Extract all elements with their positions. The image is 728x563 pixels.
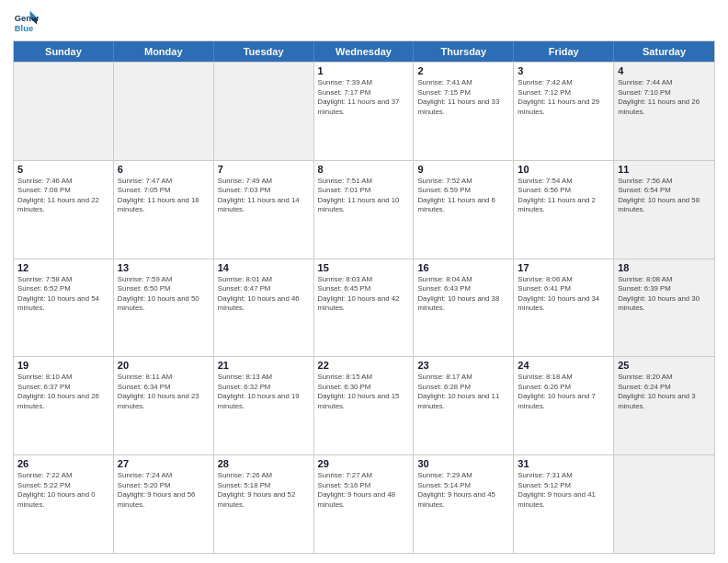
day-cell-24: 24Sunrise: 8:18 AM Sunset: 6:26 PM Dayli… — [514, 357, 614, 454]
day-info: Sunrise: 7:29 AM Sunset: 5:14 PM Dayligh… — [417, 471, 509, 510]
day-number: 19 — [17, 360, 109, 371]
day-number: 6 — [118, 164, 210, 175]
logo-icon: General Blue — [13, 9, 39, 35]
day-cell-15: 15Sunrise: 8:03 AM Sunset: 6:45 PM Dayli… — [314, 259, 415, 357]
day-cell-22: 22Sunrise: 8:15 AM Sunset: 6:30 PM Dayli… — [314, 357, 415, 454]
day-info: Sunrise: 8:11 AM Sunset: 6:34 PM Dayligh… — [118, 373, 210, 411]
day-number: 9 — [417, 164, 509, 175]
day-number: 3 — [518, 65, 609, 76]
day-number: 16 — [417, 262, 509, 273]
day-number: 17 — [518, 262, 609, 273]
day-cell-26: 26Sunrise: 7:22 AM Sunset: 5:22 PM Dayli… — [14, 455, 114, 553]
day-info: Sunrise: 7:59 AM Sunset: 6:50 PM Dayligh… — [118, 275, 210, 314]
header-saturday: Saturday — [614, 41, 714, 62]
day-number: 29 — [318, 458, 410, 469]
day-cell-14: 14Sunrise: 8:01 AM Sunset: 6:47 PM Dayli… — [214, 259, 314, 357]
day-cell-11: 11Sunrise: 7:56 AM Sunset: 6:54 PM Dayli… — [614, 161, 714, 259]
day-cell-17: 17Sunrise: 8:06 AM Sunset: 6:41 PM Dayli… — [514, 259, 614, 357]
day-cell-6: 6Sunrise: 7:47 AM Sunset: 7:05 PM Daylig… — [114, 161, 214, 259]
header-thursday: Thursday — [414, 41, 514, 62]
calendar: SundayMondayTuesdayWednesdayThursdayFrid… — [13, 40, 715, 554]
day-cell-3: 3Sunrise: 7:42 AM Sunset: 7:12 PM Daylig… — [514, 63, 614, 160]
day-info: Sunrise: 7:42 AM Sunset: 7:12 PM Dayligh… — [518, 78, 609, 117]
day-info: Sunrise: 8:04 AM Sunset: 6:43 PM Dayligh… — [417, 275, 509, 314]
day-number: 5 — [17, 164, 109, 175]
day-number: 20 — [118, 360, 210, 371]
day-info: Sunrise: 7:58 AM Sunset: 6:52 PM Dayligh… — [17, 275, 109, 314]
day-cell-27: 27Sunrise: 7:24 AM Sunset: 5:20 PM Dayli… — [114, 455, 214, 553]
calendar-row-5: 26Sunrise: 7:22 AM Sunset: 5:22 PM Dayli… — [14, 454, 714, 553]
empty-cell — [114, 63, 214, 160]
day-info: Sunrise: 7:44 AM Sunset: 7:10 PM Dayligh… — [618, 78, 711, 117]
day-cell-9: 9Sunrise: 7:52 AM Sunset: 6:59 PM Daylig… — [414, 161, 514, 259]
day-info: Sunrise: 7:51 AM Sunset: 7:01 PM Dayligh… — [318, 177, 410, 215]
day-number: 8 — [318, 164, 410, 175]
calendar-row-1: 1Sunrise: 7:39 AM Sunset: 7:17 PM Daylig… — [14, 62, 714, 160]
day-cell-16: 16Sunrise: 8:04 AM Sunset: 6:43 PM Dayli… — [414, 259, 514, 357]
day-number: 10 — [518, 164, 609, 175]
day-number: 15 — [318, 262, 410, 273]
day-info: Sunrise: 8:13 AM Sunset: 6:32 PM Dayligh… — [218, 373, 310, 411]
day-info: Sunrise: 8:08 AM Sunset: 6:39 PM Dayligh… — [618, 275, 711, 314]
day-cell-7: 7Sunrise: 7:49 AM Sunset: 7:03 PM Daylig… — [214, 161, 314, 259]
day-cell-1: 1Sunrise: 7:39 AM Sunset: 7:17 PM Daylig… — [314, 63, 415, 160]
empty-cell — [14, 63, 114, 160]
day-info: Sunrise: 8:17 AM Sunset: 6:28 PM Dayligh… — [417, 373, 509, 411]
day-cell-19: 19Sunrise: 8:10 AM Sunset: 6:37 PM Dayli… — [14, 357, 114, 454]
day-info: Sunrise: 8:18 AM Sunset: 6:26 PM Dayligh… — [518, 373, 609, 411]
day-number: 31 — [518, 458, 609, 469]
day-cell-5: 5Sunrise: 7:46 AM Sunset: 7:08 PM Daylig… — [14, 161, 114, 259]
day-cell-31: 31Sunrise: 7:31 AM Sunset: 5:12 PM Dayli… — [514, 455, 614, 553]
day-info: Sunrise: 7:56 AM Sunset: 6:54 PM Dayligh… — [618, 177, 711, 215]
day-info: Sunrise: 8:20 AM Sunset: 6:24 PM Dayligh… — [618, 373, 711, 411]
calendar-row-3: 12Sunrise: 7:58 AM Sunset: 6:52 PM Dayli… — [14, 259, 714, 357]
day-number: 28 — [218, 458, 310, 469]
header-friday: Friday — [514, 41, 614, 62]
day-cell-30: 30Sunrise: 7:29 AM Sunset: 5:14 PM Dayli… — [414, 455, 514, 553]
day-info: Sunrise: 7:49 AM Sunset: 7:03 PM Dayligh… — [218, 177, 310, 215]
day-number: 13 — [118, 262, 210, 273]
day-cell-10: 10Sunrise: 7:54 AM Sunset: 6:56 PM Dayli… — [514, 161, 614, 259]
day-cell-29: 29Sunrise: 7:27 AM Sunset: 5:16 PM Dayli… — [314, 455, 415, 553]
day-cell-13: 13Sunrise: 7:59 AM Sunset: 6:50 PM Dayli… — [114, 259, 214, 357]
day-number: 18 — [618, 262, 711, 273]
day-info: Sunrise: 7:47 AM Sunset: 7:05 PM Dayligh… — [118, 177, 210, 215]
calendar-row-4: 19Sunrise: 8:10 AM Sunset: 6:37 PM Dayli… — [14, 356, 714, 454]
day-cell-23: 23Sunrise: 8:17 AM Sunset: 6:28 PM Dayli… — [414, 357, 514, 454]
day-cell-25: 25Sunrise: 8:20 AM Sunset: 6:24 PM Dayli… — [614, 357, 714, 454]
header-monday: Monday — [114, 41, 214, 62]
header-sunday: Sunday — [14, 41, 114, 62]
day-info: Sunrise: 7:24 AM Sunset: 5:20 PM Dayligh… — [118, 471, 210, 510]
empty-cell — [614, 455, 714, 553]
day-number: 22 — [318, 360, 410, 371]
day-number: 26 — [17, 458, 109, 469]
calendar-header: SundayMondayTuesdayWednesdayThursdayFrid… — [14, 41, 714, 62]
day-info: Sunrise: 7:27 AM Sunset: 5:16 PM Dayligh… — [318, 471, 410, 510]
day-cell-21: 21Sunrise: 8:13 AM Sunset: 6:32 PM Dayli… — [214, 357, 314, 454]
day-number: 2 — [417, 65, 509, 76]
empty-cell — [214, 63, 314, 160]
svg-text:Blue: Blue — [15, 24, 33, 33]
day-info: Sunrise: 7:52 AM Sunset: 6:59 PM Dayligh… — [417, 177, 509, 215]
day-info: Sunrise: 8:03 AM Sunset: 6:45 PM Dayligh… — [318, 275, 410, 314]
header-tuesday: Tuesday — [214, 41, 314, 62]
day-number: 27 — [118, 458, 210, 469]
day-number: 14 — [218, 262, 310, 273]
day-number: 12 — [17, 262, 109, 273]
calendar-body: 1Sunrise: 7:39 AM Sunset: 7:17 PM Daylig… — [14, 62, 714, 553]
day-info: Sunrise: 7:22 AM Sunset: 5:22 PM Dayligh… — [17, 471, 109, 510]
day-info: Sunrise: 7:46 AM Sunset: 7:08 PM Dayligh… — [17, 177, 109, 215]
day-cell-28: 28Sunrise: 7:26 AM Sunset: 5:18 PM Dayli… — [214, 455, 314, 553]
day-number: 23 — [417, 360, 509, 371]
day-cell-8: 8Sunrise: 7:51 AM Sunset: 7:01 PM Daylig… — [314, 161, 415, 259]
day-info: Sunrise: 7:39 AM Sunset: 7:17 PM Dayligh… — [318, 78, 410, 117]
day-number: 30 — [417, 458, 509, 469]
day-cell-12: 12Sunrise: 7:58 AM Sunset: 6:52 PM Dayli… — [14, 259, 114, 357]
day-number: 21 — [218, 360, 310, 371]
day-info: Sunrise: 7:26 AM Sunset: 5:18 PM Dayligh… — [218, 471, 310, 510]
day-info: Sunrise: 8:15 AM Sunset: 6:30 PM Dayligh… — [318, 373, 410, 411]
day-info: Sunrise: 7:41 AM Sunset: 7:15 PM Dayligh… — [417, 78, 509, 117]
day-info: Sunrise: 8:06 AM Sunset: 6:41 PM Dayligh… — [518, 275, 609, 314]
day-number: 1 — [318, 65, 410, 76]
day-info: Sunrise: 8:01 AM Sunset: 6:47 PM Dayligh… — [218, 275, 310, 314]
